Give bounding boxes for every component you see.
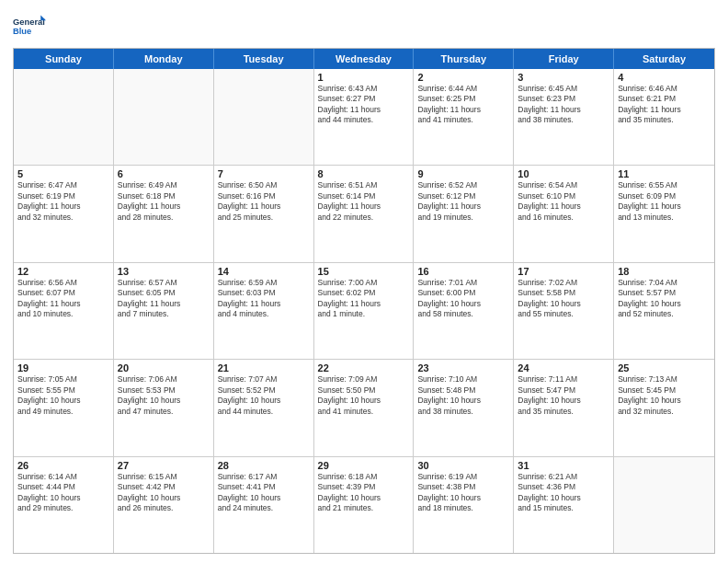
cal-cell: 30Sunrise: 6:19 AM Sunset: 4:38 PM Dayli… [414,457,514,553]
cal-cell: 16Sunrise: 7:01 AM Sunset: 6:00 PM Dayli… [414,263,514,359]
cal-cell: 26Sunrise: 6:14 AM Sunset: 4:44 PM Dayli… [14,457,114,553]
header: General Blue [13,9,715,42]
day-number: 24 [518,362,609,373]
day-number: 16 [417,266,509,277]
cal-cell: 6Sunrise: 6:49 AM Sunset: 6:18 PM Daylig… [114,166,214,261]
cal-cell: 28Sunrise: 6:17 AM Sunset: 4:41 PM Dayli… [214,457,314,553]
cell-text: Sunrise: 6:19 AM Sunset: 4:38 PM Dayligh… [417,472,509,514]
day-number: 10 [518,168,609,179]
cal-cell: 9Sunrise: 6:52 AM Sunset: 6:12 PM Daylig… [414,166,514,261]
cell-text: Sunrise: 6:59 AM Sunset: 6:03 PM Dayligh… [218,278,310,320]
cal-cell: 19Sunrise: 7:05 AM Sunset: 5:55 PM Dayli… [14,360,114,455]
cell-text: Sunrise: 7:00 AM Sunset: 6:02 PM Dayligh… [318,278,410,320]
cell-text: Sunrise: 6:44 AM Sunset: 6:25 PM Dayligh… [417,84,509,126]
svg-text:General: General [13,17,45,27]
cell-text: Sunrise: 6:18 AM Sunset: 4:39 PM Dayligh… [318,472,410,514]
day-number: 6 [118,168,210,179]
cal-cell: 14Sunrise: 6:59 AM Sunset: 6:03 PM Dayli… [214,263,314,359]
day-number: 7 [218,168,310,179]
day-number: 27 [118,460,210,471]
cell-text: Sunrise: 6:52 AM Sunset: 6:12 PM Dayligh… [417,180,509,223]
cal-cell: 29Sunrise: 6:18 AM Sunset: 4:39 PM Dayli… [314,457,415,553]
cal-row-2: 12Sunrise: 6:56 AM Sunset: 6:07 PM Dayli… [14,263,714,360]
cal-row-1: 5Sunrise: 6:47 AM Sunset: 6:19 PM Daylig… [14,166,714,262]
cal-cell: 18Sunrise: 7:04 AM Sunset: 5:57 PM Dayli… [614,263,714,359]
day-number: 28 [218,460,310,471]
calendar-header-row: SundayMondayTuesdayWednesdayThursdayFrid… [14,49,714,69]
cal-cell: 8Sunrise: 6:51 AM Sunset: 6:14 PM Daylig… [314,166,415,261]
day-number: 2 [417,72,509,83]
cell-text: Sunrise: 7:09 AM Sunset: 5:50 PM Dayligh… [318,374,410,417]
cell-text: Sunrise: 7:11 AM Sunset: 5:47 PM Dayligh… [518,374,609,417]
cal-cell: 15Sunrise: 7:00 AM Sunset: 6:02 PM Dayli… [314,263,415,359]
cell-text: Sunrise: 6:45 AM Sunset: 6:23 PM Dayligh… [518,84,609,126]
day-number: 3 [518,72,609,83]
day-number: 20 [118,362,210,373]
logo: General Blue [13,9,46,42]
cal-cell [614,457,714,553]
cal-cell: 4Sunrise: 6:46 AM Sunset: 6:21 PM Daylig… [614,69,714,165]
cal-cell: 24Sunrise: 7:11 AM Sunset: 5:47 PM Dayli… [514,360,614,455]
cal-row-3: 19Sunrise: 7:05 AM Sunset: 5:55 PM Dayli… [14,360,714,456]
day-number: 31 [518,460,609,471]
cal-cell [114,69,214,165]
cell-text: Sunrise: 7:13 AM Sunset: 5:45 PM Dayligh… [618,374,711,417]
svg-marker-2 [40,15,46,20]
header-cell-sunday: Sunday [14,49,114,69]
calendar-body: 1Sunrise: 6:43 AM Sunset: 6:27 PM Daylig… [14,69,714,553]
header-cell-monday: Monday [114,49,214,69]
day-number: 15 [318,266,410,277]
cal-cell: 17Sunrise: 7:02 AM Sunset: 5:58 PM Dayli… [514,263,614,359]
day-number: 4 [618,72,711,83]
cell-text: Sunrise: 6:15 AM Sunset: 4:42 PM Dayligh… [118,472,210,514]
cell-text: Sunrise: 6:56 AM Sunset: 6:07 PM Dayligh… [17,278,109,320]
header-cell-friday: Friday [514,49,614,69]
day-number: 8 [318,168,410,179]
day-number: 19 [17,362,109,373]
cell-text: Sunrise: 6:14 AM Sunset: 4:44 PM Dayligh… [17,472,109,514]
cell-text: Sunrise: 6:17 AM Sunset: 4:41 PM Dayligh… [218,472,310,514]
cell-text: Sunrise: 7:02 AM Sunset: 5:58 PM Dayligh… [518,278,609,320]
day-number: 1 [318,72,410,83]
cal-cell: 22Sunrise: 7:09 AM Sunset: 5:50 PM Dayli… [314,360,415,455]
cell-text: Sunrise: 7:01 AM Sunset: 6:00 PM Dayligh… [417,278,509,320]
header-cell-tuesday: Tuesday [214,49,314,69]
cal-cell: 5Sunrise: 6:47 AM Sunset: 6:19 PM Daylig… [14,166,114,261]
cell-text: Sunrise: 6:47 AM Sunset: 6:19 PM Dayligh… [17,180,109,223]
day-number: 30 [417,460,509,471]
cal-cell: 20Sunrise: 7:06 AM Sunset: 5:53 PM Dayli… [114,360,214,455]
day-number: 22 [318,362,410,373]
day-number: 12 [17,266,109,277]
cal-cell [14,69,114,165]
cell-text: Sunrise: 7:10 AM Sunset: 5:48 PM Dayligh… [417,374,509,417]
calendar: SundayMondayTuesdayWednesdayThursdayFrid… [13,48,715,554]
page: General Blue SundayMondayTuesdayWednesda… [0,0,728,563]
day-number: 11 [618,168,711,179]
cal-cell: 2Sunrise: 6:44 AM Sunset: 6:25 PM Daylig… [414,69,514,165]
day-number: 18 [618,266,711,277]
cell-text: Sunrise: 7:05 AM Sunset: 5:55 PM Dayligh… [17,374,109,417]
cell-text: Sunrise: 7:06 AM Sunset: 5:53 PM Dayligh… [118,374,210,417]
cell-text: Sunrise: 6:55 AM Sunset: 6:09 PM Dayligh… [618,180,711,223]
cal-cell: 1Sunrise: 6:43 AM Sunset: 6:27 PM Daylig… [314,69,415,165]
day-number: 14 [218,266,310,277]
cell-text: Sunrise: 7:04 AM Sunset: 5:57 PM Dayligh… [618,278,711,320]
cell-text: Sunrise: 6:21 AM Sunset: 4:36 PM Dayligh… [518,472,609,514]
cell-text: Sunrise: 6:46 AM Sunset: 6:21 PM Dayligh… [618,84,711,126]
day-number: 26 [17,460,109,471]
cal-cell: 3Sunrise: 6:45 AM Sunset: 6:23 PM Daylig… [514,69,614,165]
cell-text: Sunrise: 7:07 AM Sunset: 5:52 PM Dayligh… [218,374,310,417]
cal-cell: 27Sunrise: 6:15 AM Sunset: 4:42 PM Dayli… [114,457,214,553]
cal-cell: 12Sunrise: 6:56 AM Sunset: 6:07 PM Dayli… [14,263,114,359]
day-number: 13 [118,266,210,277]
day-number: 29 [318,460,410,471]
cell-text: Sunrise: 6:50 AM Sunset: 6:16 PM Dayligh… [218,180,310,223]
cell-text: Sunrise: 6:43 AM Sunset: 6:27 PM Dayligh… [318,84,410,126]
logo-svg: General Blue [13,9,46,42]
day-number: 17 [518,266,609,277]
cal-cell: 13Sunrise: 6:57 AM Sunset: 6:05 PM Dayli… [114,263,214,359]
day-number: 9 [417,168,509,179]
day-number: 23 [417,362,509,373]
cal-row-4: 26Sunrise: 6:14 AM Sunset: 4:44 PM Dayli… [14,457,714,553]
cell-text: Sunrise: 6:54 AM Sunset: 6:10 PM Dayligh… [518,180,609,223]
